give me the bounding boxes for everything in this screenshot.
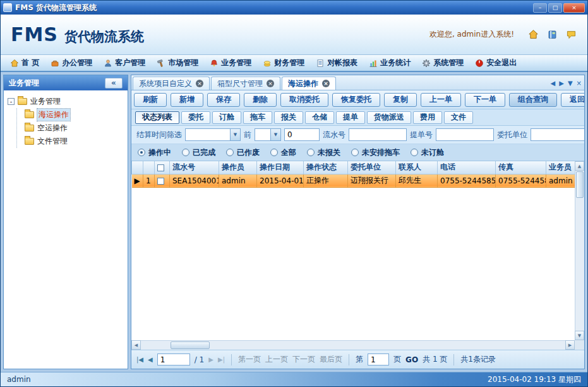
column-header-date[interactable]: 操作日期 [257,161,304,174]
first-page-link[interactable]: 第一页 [238,354,261,365]
row-checkbox[interactable] [157,178,164,185]
serial-input[interactable] [349,128,407,141]
cancel-entrust-button[interactable]: 取消委托 [280,93,328,107]
tree-root-business[interactable]: - 业务管理 [8,95,124,108]
radio-voided[interactable]: 已作废 [226,147,260,158]
tab-system-items[interactable]: 系统项目自定义 × [133,77,210,90]
radio-all[interactable]: 全部 [270,147,296,158]
book-icon[interactable] [546,28,558,41]
subtab-bl[interactable]: 提单 [336,111,365,124]
tab-list-icon[interactable]: ▼ [568,80,573,87]
radio-in-operation[interactable]: 操作中 [138,147,171,158]
tree-item-air-operation[interactable]: 空运操作 [25,121,124,135]
subtab-entrust[interactable]: 委托 [181,111,210,124]
horizontal-scroll-thumb[interactable] [171,341,210,349]
tab-sea-operation[interactable]: 海运操作 × [282,77,336,90]
tab-container-size[interactable]: 箱型尺寸管理 × [211,77,280,90]
tab-close-all-icon[interactable]: × [577,80,582,87]
radio-not-declared[interactable]: 未报关 [307,147,340,158]
table-row[interactable]: ▶ 1 SEA1504001 admin 2015-04-01 正操作 迈翔报关… [132,174,575,187]
page-number-input[interactable] [157,353,190,366]
restore-entrust-button[interactable]: 恢复委托 [332,93,380,107]
menu-item-office[interactable]: 办公管理 [45,56,98,70]
close-button[interactable]: × [563,3,585,13]
column-header-serial[interactable]: 流水号 [170,161,219,174]
first-page-icon[interactable]: |◀ [136,356,143,363]
column-header-phone[interactable]: 电话 [438,161,496,174]
menu-item-finance[interactable]: 财务管理 [257,56,310,70]
home-icon[interactable] [527,28,539,41]
tab-close-icon[interactable]: × [322,80,330,87]
client-input[interactable] [531,128,584,141]
vertical-scroll-thumb[interactable] [576,171,584,198]
column-header-fax[interactable]: 传真 [496,161,546,174]
subtab-trailer[interactable]: 拖车 [243,111,272,124]
last-page-link[interactable]: 最后页 [320,354,342,365]
column-header-client[interactable]: 委托单位 [348,161,396,174]
refresh-button[interactable]: 刷新 [134,93,167,107]
tab-scroll-left-icon[interactable]: ◀ [551,80,556,87]
scroll-right-icon[interactable]: ▶ [565,340,575,350]
last-page-icon[interactable]: ▶| [218,356,225,363]
subtab-files[interactable]: 文件 [444,111,473,124]
tab-close-icon[interactable]: × [196,80,203,87]
tree-item-file-management[interactable]: 文件管理 [25,135,124,148]
scroll-up-icon[interactable]: ▲ [575,161,584,171]
bl-input[interactable] [436,128,494,141]
select-all-checkbox[interactable] [157,164,164,171]
column-header-salesman[interactable]: 业务员 [546,161,575,174]
horizontal-scrollbar[interactable]: ◀ ▶ [131,340,575,350]
days-input[interactable] [284,128,320,141]
next-order-button[interactable]: 下一单 [465,93,505,107]
sidebar-collapse-button[interactable]: « [105,78,123,89]
tree-expander-icon[interactable]: - [8,98,15,105]
radio-completed[interactable]: 已完成 [182,147,215,158]
next-page-icon[interactable]: ▶ [208,356,213,363]
delete-button[interactable]: 删除 [244,93,277,107]
subtab-delivery[interactable]: 货物派送 [367,111,411,124]
scroll-down-icon[interactable]: ▼ [575,331,584,340]
tree-item-sea-operation[interactable]: 海运操作 [25,108,124,121]
radio-not-booked[interactable]: 未订舱 [411,147,444,158]
menu-item-business[interactable]: 业务管理 [204,56,257,70]
save-button[interactable]: 保存 [207,93,240,107]
scroll-left-icon[interactable]: ◀ [131,340,141,350]
vertical-scrollbar[interactable]: ▲ ▼ [575,161,584,340]
menu-item-market[interactable]: 市场管理 [151,56,204,70]
subtab-fees[interactable]: 费用 [413,111,442,124]
add-button[interactable]: 新增 [171,93,203,107]
menu-item-system[interactable]: 系统管理 [416,56,469,70]
go-button[interactable]: GO [405,355,418,364]
menu-item-reports[interactable]: 对帐报表 [310,56,363,70]
menu-item-home[interactable]: 首 页 [4,56,45,70]
settle-time-select[interactable]: ▼ [185,128,241,141]
column-header-status[interactable]: 操作状态 [304,161,348,174]
subtab-customs[interactable]: 报关 [274,111,303,124]
combined-query-button[interactable]: 组合查询 [509,93,557,107]
next-page-link[interactable]: 下一页 [292,354,315,365]
prev-page-icon[interactable]: ◀ [148,356,153,363]
chat-icon[interactable] [565,28,577,41]
column-header-operator[interactable]: 操作员 [219,161,257,174]
radio-no-trailer[interactable]: 未安排拖车 [351,147,400,158]
menu-item-stats[interactable]: 业务统计 [363,56,416,70]
copy-button[interactable]: 复制 [384,93,417,107]
cell-client: 迈翔报关行 [348,174,396,187]
subtab-status-list[interactable]: 状态列表 [135,111,179,124]
subtab-booking[interactable]: 订舱 [212,111,241,124]
maximize-button[interactable]: □ [548,3,562,13]
tab-close-icon[interactable]: × [267,80,274,87]
minimize-button[interactable]: – [533,3,547,13]
subtab-warehouse[interactable]: 仓储 [305,111,334,124]
goto-page-input[interactable] [368,353,389,366]
range-select[interactable]: ▼ [255,128,281,141]
prev-page-link[interactable]: 上一页 [265,354,288,365]
column-header-contact[interactable]: 联系人 [396,161,438,174]
menu-item-customer[interactable]: 客户管理 [98,56,151,70]
chevron-down-icon[interactable]: ▼ [270,129,280,140]
menu-item-logout[interactable]: 安全退出 [469,56,522,70]
previous-order-button[interactable]: 上一单 [421,93,461,107]
tab-scroll-right-icon[interactable]: ▶ [559,80,564,87]
chevron-down-icon[interactable]: ▼ [230,129,240,140]
return-button[interactable]: 返回 [561,93,584,107]
